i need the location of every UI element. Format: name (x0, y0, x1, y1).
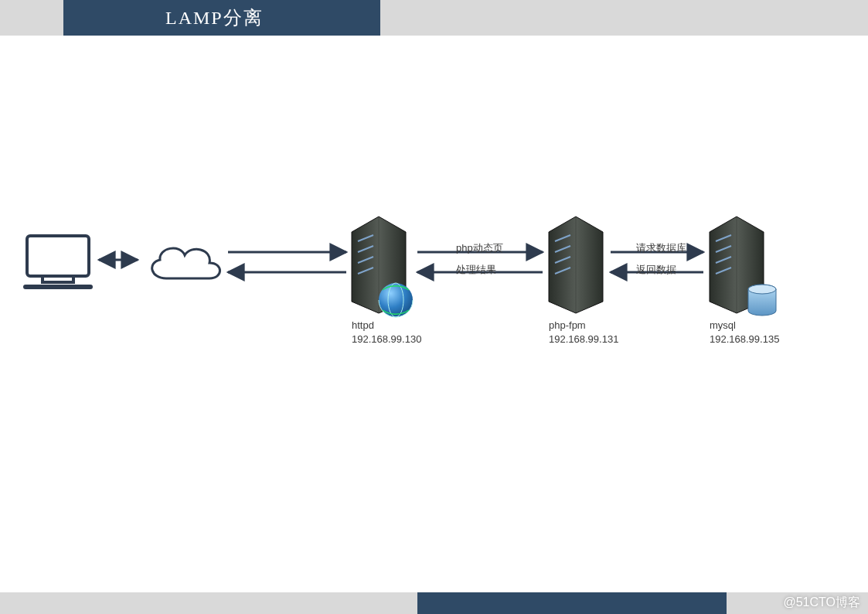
svg-rect-1 (43, 276, 73, 282)
mysql-ip: 192.168.99.135 (710, 333, 779, 346)
cloud-icon (152, 248, 220, 278)
mysql-server-icon (710, 217, 776, 316)
svg-rect-0 (27, 236, 89, 276)
client-computer-icon (26, 236, 90, 287)
watermark: @51CTO博客 (783, 595, 860, 611)
label-php-mysql-top: 请求数据库 (636, 241, 686, 255)
phpfpm-ip: 192.168.99.131 (549, 333, 618, 346)
label-httpd-php-bottom: 处理结果 (456, 263, 496, 277)
httpd-ip: 192.168.99.130 (352, 333, 421, 346)
httpd-server-icon (352, 217, 413, 317)
httpd-caption: httpd 192.168.99.130 (352, 319, 421, 346)
diagram-canvas (0, 0, 868, 614)
label-php-mysql-bottom: 返回数据 (636, 263, 676, 277)
phpfpm-caption: php-fpm 192.168.99.131 (549, 319, 618, 346)
label-httpd-php-top: php动态页 (456, 241, 503, 255)
database-icon (748, 285, 776, 316)
mysql-caption: mysql 192.168.99.135 (710, 319, 779, 346)
httpd-name: httpd (352, 319, 421, 333)
phpfpm-server-icon (549, 217, 603, 313)
footer-accent (417, 592, 727, 614)
phpfpm-name: php-fpm (549, 319, 618, 333)
svg-point-19 (748, 285, 776, 294)
mysql-name: mysql (710, 319, 779, 333)
